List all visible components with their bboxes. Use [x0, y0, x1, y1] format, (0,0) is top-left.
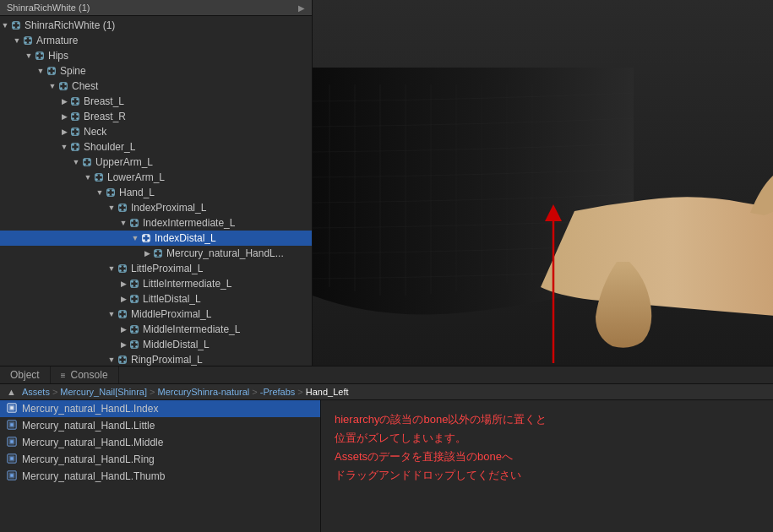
item-label: Hips: [48, 50, 68, 62]
expand-arrow[interactable]: ▼: [95, 188, 105, 197]
tree-item-Spine[interactable]: ▼ Spine: [0, 63, 312, 79]
expand-arrow[interactable]: ▼: [0, 21, 10, 30]
breadcrumb-mercury-shinra[interactable]: MercuryShinra-natural: [157, 387, 249, 397]
expand-arrow[interactable]: ▼: [71, 158, 81, 166]
tree-item-IndexProximal_L[interactable]: ▼ IndexProximal_L: [0, 200, 312, 215]
tree-item-Neck[interactable]: ▶ Neck: [0, 124, 312, 139]
tree-item-LittleIntermediate_L[interactable]: ▶ LittleIntermediate_L: [0, 276, 312, 291]
expand-arrow[interactable]: ▶: [142, 249, 152, 258]
tree-item-MiddleIntermediate_L[interactable]: ▶ MiddleIntermediate_L: [0, 322, 312, 337]
tree-item-Armature[interactable]: ▼ Armature: [0, 33, 312, 48]
item-label: LittleDistal_L: [143, 293, 201, 305]
expand-arrow[interactable]: ▼: [83, 173, 93, 182]
hierarchy-title: ShinraRichWhite (1): [7, 3, 90, 13]
expand-arrow[interactable]: ▶: [59, 112, 69, 121]
hierarchy-content[interactable]: ▼ ShinraRichWhite (1)▼ Armature▼ Hips▼ S…: [0, 16, 312, 366]
breadcrumb-prefabs[interactable]: -Prefabs: [260, 387, 296, 397]
tab-object[interactable]: Object: [0, 366, 51, 383]
asset-item-Mercury_natural_HandL_Middle[interactable]: Mercury_natural_HandL.Middle: [0, 434, 320, 451]
svg-point-61: [119, 204, 122, 207]
tree-item-Breast_L[interactable]: ▶ Breast_L: [0, 94, 312, 109]
tree-item-Hips[interactable]: ▼ Hips: [0, 48, 312, 63]
svg-point-113: [119, 361, 122, 363]
asset-label: Mercury_natural_HandL.Index: [22, 403, 158, 415]
expand-arrow[interactable]: ▼: [106, 356, 117, 364]
svg-point-37: [76, 128, 79, 131]
svg-point-6: [24, 37, 27, 40]
expand-arrow[interactable]: ▼: [12, 36, 22, 45]
tree-item-Mercury_natural_HandL...[interactable]: ▶ Mercury_natural_HandL...: [0, 246, 312, 261]
expand-arrow[interactable]: ▼: [130, 234, 140, 242]
item-label: IndexDistal_L: [155, 232, 216, 244]
tree-item-Hand_L[interactable]: ▼ Hand_L: [0, 185, 312, 200]
bone-icon: [93, 171, 105, 183]
expand-icon[interactable]: ▶: [298, 3, 305, 13]
tree-item-RingProximal_L[interactable]: ▼ RingProximal_L: [0, 352, 312, 366]
svg-point-22: [64, 83, 67, 85]
expand-arrow[interactable]: ▶: [118, 340, 128, 349]
expand-arrow[interactable]: ▼: [106, 204, 117, 212]
bone-icon: [69, 111, 81, 122]
svg-point-97: [123, 311, 126, 313]
tree-item-IndexIntermediate_L[interactable]: ▼ IndexIntermediate_L: [0, 215, 312, 231]
asset-item-Mercury_natural_HandL_Little[interactable]: Mercury_natural_HandL.Little: [0, 417, 320, 434]
hand-model-svg: [313, 0, 773, 366]
tab-console[interactable]: ≡ Console: [51, 366, 119, 383]
breadcrumb-expand-icon[interactable]: ▲: [7, 387, 16, 397]
breadcrumb-assets[interactable]: Assets: [22, 387, 50, 397]
tree-item-Breast_R[interactable]: ▶ Breast_R: [0, 109, 312, 124]
expand-arrow[interactable]: ▼: [106, 310, 117, 318]
svg-point-67: [135, 220, 138, 222]
svg-point-41: [72, 144, 74, 146]
svg-point-79: [159, 254, 161, 257]
breadcrumb-mercury-nail[interactable]: Mercury_Nail[Shinra]: [60, 387, 147, 397]
bone-icon: [34, 50, 46, 62]
svg-point-33: [72, 117, 74, 120]
svg-point-12: [41, 52, 43, 55]
svg-point-23: [60, 87, 63, 90]
asset-item-Mercury_natural_HandL_Thumb[interactable]: Mercury_natural_HandL.Thumb: [0, 468, 320, 485]
tree-item-UpperArm_L[interactable]: ▼ UpperArm_L: [0, 155, 312, 170]
svg-point-84: [123, 269, 126, 272]
bone-icon: [105, 187, 117, 198]
svg-point-86: [131, 280, 133, 283]
expand-arrow[interactable]: ▼: [59, 143, 69, 151]
expand-arrow[interactable]: ▶: [118, 280, 128, 288]
asset-icon: [7, 420, 19, 432]
expand-arrow[interactable]: ▶: [59, 128, 69, 136]
item-label: Shoulder_L: [84, 141, 135, 153]
expand-arrow[interactable]: ▼: [118, 219, 128, 227]
bottom-tabs-bar: Object ≡ Console: [0, 366, 773, 384]
bone-icon: [46, 65, 57, 77]
bone-icon: [140, 232, 152, 244]
expand-arrow[interactable]: ▼: [24, 52, 34, 60]
svg-point-88: [131, 285, 133, 287]
asset-item-Mercury_natural_HandL_Index[interactable]: Mercury_natural_HandL.Index: [0, 400, 320, 417]
svg-point-82: [123, 265, 126, 268]
tree-item-MiddleProximal_L[interactable]: ▼ MiddleProximal_L: [0, 307, 312, 322]
expand-arrow[interactable]: ▶: [118, 325, 128, 334]
svg-point-49: [88, 163, 90, 166]
expand-arrow[interactable]: ▶: [118, 295, 128, 303]
svg-point-111: [119, 356, 122, 359]
annotation-area: hierarchyの該当のbone以外の場所に置くと 位置がズレてしまいます。 …: [321, 400, 773, 532]
expand-arrow[interactable]: ▼: [106, 264, 117, 273]
tree-item-LowerArm_L[interactable]: ▼ LowerArm_L: [0, 170, 312, 185]
tree-item-Chest[interactable]: ▼ Chest: [0, 79, 312, 94]
svg-point-68: [131, 224, 133, 226]
expand-arrow[interactable]: ▼: [35, 67, 46, 75]
expand-arrow[interactable]: ▶: [59, 97, 69, 106]
tree-item-LittleDistal_L[interactable]: ▶ LittleDistal_L: [0, 291, 312, 307]
tree-item-ShinraRichWhite_(1)[interactable]: ▼ ShinraRichWhite (1): [0, 18, 312, 33]
asset-item-Mercury_natural_HandL_Ring[interactable]: Mercury_natural_HandL.Ring: [0, 451, 320, 468]
tree-item-IndexDistal_L[interactable]: ▼ IndexDistal_L: [0, 231, 312, 246]
tree-item-MiddleDistal_L[interactable]: ▶ MiddleDistal_L: [0, 337, 312, 352]
main-container: ShinraRichWhite (1) ▶ ▼ ShinraRichWhite …: [0, 0, 773, 532]
expand-arrow[interactable]: ▼: [47, 82, 57, 90]
bone-icon: [57, 80, 69, 92]
tree-item-Shoulder_L[interactable]: ▼ Shoulder_L: [0, 139, 312, 155]
svg-point-56: [107, 189, 110, 192]
svg-point-114: [123, 361, 126, 363]
tree-item-LittleProximal_L[interactable]: ▼ LittleProximal_L: [0, 261, 312, 276]
svg-point-1: [13, 22, 15, 24]
